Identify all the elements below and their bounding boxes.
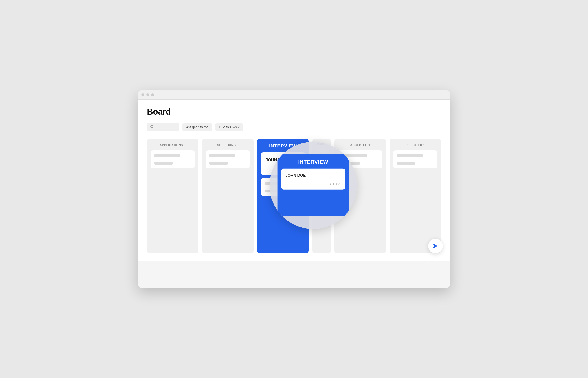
magnifier-card[interactable]: JOHN DOE ATLJC-1: [281, 168, 345, 189]
column-screening: SCREENING 0: [202, 139, 253, 253]
search-box[interactable]: [147, 123, 179, 131]
filter-due-button[interactable]: Due this week: [215, 123, 244, 131]
magnifier-overlay: INTERVIEW JOHN DOE ATLJC-1: [270, 142, 357, 229]
traffic-light-close[interactable]: [141, 94, 144, 96]
titlebar: [138, 90, 450, 100]
card-placeholder-sub: [210, 162, 228, 164]
column-accepted-header: ACCEPTED 1: [338, 143, 382, 147]
send-icon: [432, 242, 439, 250]
svg-line-1: [153, 127, 154, 128]
traffic-light-maximize[interactable]: [151, 94, 154, 96]
column-screening-header: SCREENING 0: [206, 143, 250, 147]
magnifier-inner: INTERVIEW JOHN DOE ATLJC-1: [278, 154, 349, 216]
toolbar: Assigned to me Due this week: [147, 123, 441, 131]
column-rejected: REJECTED 1: [390, 139, 441, 253]
column-applications-header: APPLICATIONS 1: [151, 143, 195, 147]
page-title: Board: [147, 107, 441, 117]
card-placeholder-title: [397, 154, 423, 157]
app-window: Board Assigned to me Due this week APPLI…: [138, 90, 450, 288]
filter-assigned-button[interactable]: Assigned to me: [182, 123, 212, 131]
magnifier-card-id: ATLJC-1: [285, 182, 341, 186]
card-placeholder-title: [154, 154, 180, 157]
magnifier-column-title: INTERVIEW: [298, 159, 328, 165]
card-applications-1[interactable]: [151, 150, 195, 168]
card-placeholder-title: [210, 154, 235, 157]
column-rejected-header: REJECTED 1: [393, 143, 437, 147]
fab-button[interactable]: [428, 239, 443, 253]
card-screening-1[interactable]: [206, 150, 250, 168]
search-icon: [150, 125, 154, 129]
magnifier-card-name: JOHN DOE: [285, 173, 341, 178]
card-rejected-1[interactable]: [393, 150, 437, 168]
traffic-light-minimize[interactable]: [146, 94, 149, 96]
column-applications: APPLICATIONS 1: [147, 139, 198, 253]
main-content: Board Assigned to me Due this week APPLI…: [138, 100, 450, 261]
card-placeholder-sub: [397, 162, 415, 164]
card-placeholder-sub: [154, 162, 173, 164]
